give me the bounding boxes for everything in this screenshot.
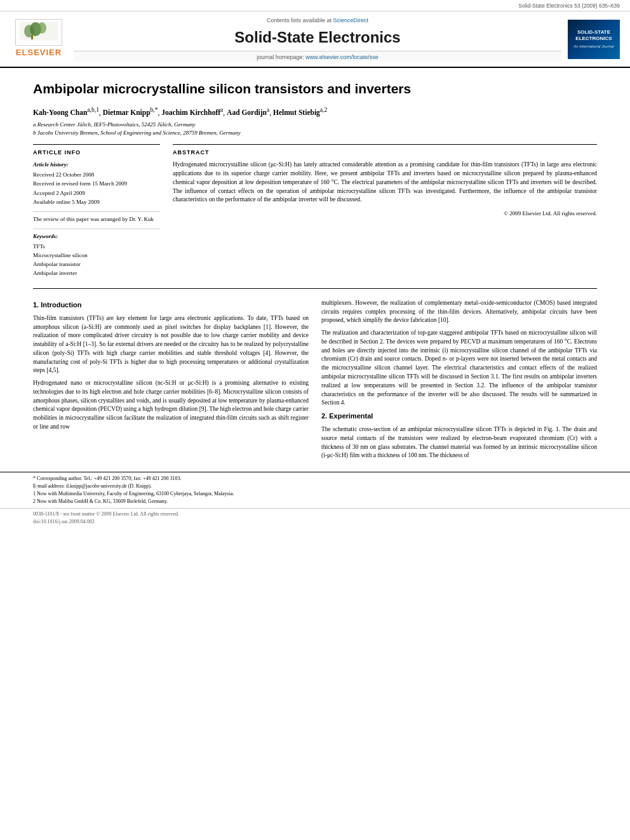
article-info-label: ARTICLE INFO (33, 149, 160, 157)
received-date: Received 22 October 2008 (33, 171, 160, 179)
homepage-url[interactable]: www.elsevier.com/locate/sse (305, 54, 379, 60)
article-title: Ambipolar microcrystalline silicon trans… (33, 79, 597, 98)
keyword-2: Microcrystalline silicon (33, 251, 160, 260)
abstract-label: ABSTRACT (173, 149, 597, 157)
keyword-1: TFTs (33, 243, 160, 251)
section1-title: 1. Introduction (33, 300, 309, 310)
available-date: Available online 5 May 2009 (33, 198, 160, 206)
doi-note: doi:10.1016/j.sse.2009.04.002 (33, 519, 95, 524)
contents-label: Contents lists available at (267, 17, 332, 23)
svg-point-3 (37, 22, 46, 34)
email-note: E-mail address: d.knipp@jacobs-universit… (33, 483, 597, 490)
elsevier-logo: ELSEVIER (10, 19, 67, 59)
history-label: Article history: (33, 161, 160, 169)
sse-logo: SOLID-STATE ELECTRONICS An International… (568, 20, 620, 59)
elsevier-text: ELSEVIER (16, 47, 62, 59)
authors-line: Kah-Yoong Chana,b,1, Dietmar Knippb,*, J… (33, 105, 597, 118)
keyword-4: Ambipolar inverter (33, 269, 160, 277)
section1-para2: Hydrogenated nano or microcrystalline si… (33, 379, 309, 432)
keyword-3: Ambipolar transistor (33, 260, 160, 269)
section2-para1: The schematic cross-section of an ambipo… (321, 425, 597, 460)
received-revised-date: Received in revised form 15 March 2009 (33, 180, 160, 188)
journal-name-header: Solid-State Electronics (74, 27, 561, 49)
accepted-date: Accepted 2 April 2009 (33, 189, 160, 197)
abstract-text: Hydrogenated microcrystalline silicon (μ… (173, 161, 597, 204)
keywords-label: Keywords: (33, 232, 160, 241)
affiliations: a Research Center Jülich, IEF5-Photovolt… (33, 121, 597, 137)
issn-note: 0038-1101/$ - see front matter © 2009 El… (33, 511, 179, 517)
corresponding-note: * Corresponding author. Tel.: +49 421 20… (33, 475, 597, 483)
sciencedirect-link[interactable]: ScienceDirect (333, 17, 369, 23)
section1-para1: Thin-film transistors (TFTs) are key ele… (33, 314, 309, 375)
homepage-label: journal homepage: (257, 54, 304, 60)
section1-right-para2: The realization and characterization of … (321, 329, 597, 408)
journal-ref: Solid-State Electronics 53 (2009) 635–63… (518, 3, 620, 9)
svg-rect-4 (31, 36, 33, 39)
footnote2: 2 Now with Malibu GmbH & Co. KG, 33609 B… (33, 498, 597, 505)
reviewer-note: The review of this paper was arranged by… (33, 211, 160, 223)
section1-right-para1: multiplexers. However, the realization o… (321, 299, 597, 325)
footnote1: 1 Now with Multimedia University, Facult… (33, 490, 597, 498)
copyright: © 2009 Elsevier Ltd. All rights reserved… (173, 210, 597, 218)
section2-title: 2. Experimental (321, 411, 597, 422)
